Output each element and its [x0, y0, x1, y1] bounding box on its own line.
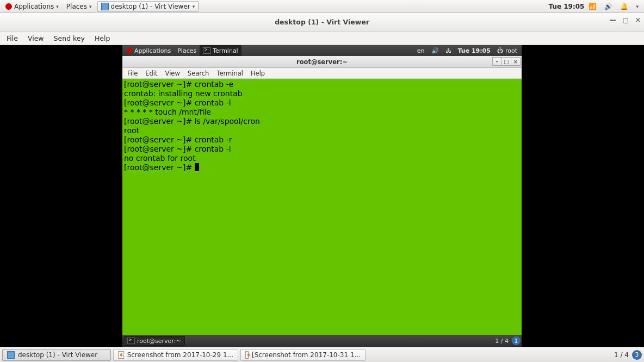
terminal-line: [root@server ~]# crontab -l — [124, 98, 520, 108]
guest-screen: Applications Places Terminal en 🔊 🖧 Tue … — [122, 45, 522, 347]
viewer-title: desktop (1) - Virt Viewer — [275, 18, 369, 26]
taskbar-entry-virt-viewer[interactable]: desktop (1) - Virt Viewer — [2, 349, 111, 361]
minimize-button[interactable]: — — [610, 16, 616, 24]
guest-workspace-switcher[interactable]: 1 — [512, 336, 521, 345]
host-workspace-switcher[interactable]: 3 — [632, 350, 642, 360]
host-workspace-label: 1 / 4 — [614, 351, 629, 359]
guest-applications-menu[interactable]: Applications — [123, 45, 174, 56]
image-icon — [245, 351, 249, 359]
volume-icon[interactable]: 🔊 — [601, 0, 616, 13]
terminal-titlebar[interactable]: root@server:~ – □ × — [122, 56, 522, 68]
host-panel-task-label: desktop (1) - Virt Viewer — [111, 3, 190, 10]
viewer-titlebar[interactable]: desktop (1) - Virt Viewer — ▢ ✕ — [0, 13, 644, 32]
maximize-button[interactable]: ▢ — [623, 16, 629, 24]
terminal-line: [root@server ~]# crontab -l — [124, 145, 520, 154]
terminal-line: [root@server ~]# crontab -e — [124, 80, 520, 89]
taskbar-entry-screenshot-1[interactable]: Screenshot from 2017-10-29 1... — [113, 349, 238, 361]
host-clock[interactable]: Tue 19:05 — [549, 3, 585, 10]
terminal-cursor — [195, 163, 199, 171]
guest-taskbar-entry[interactable]: root@server:~ — [123, 336, 185, 346]
caret-down-icon: ▾ — [56, 4, 59, 9]
guest-terminal-task[interactable]: Terminal — [200, 45, 242, 56]
terminal-line: [root@server ~]# crontab -r — [124, 135, 520, 145]
host-applications-menu[interactable]: Applications ▾ — [2, 0, 62, 13]
terminal-line: [root@server ~]# ls /var/spool/cron — [124, 117, 520, 126]
terminal-minimize-button[interactable]: – — [492, 57, 502, 66]
host-top-panel: Applications ▾ Places ▾ desktop (1) - Vi… — [0, 0, 644, 13]
host-applications-label: Applications — [14, 3, 54, 10]
host-places-label: Places — [66, 3, 87, 10]
terminal-line: * * * * * touch /mnt/file — [124, 108, 520, 117]
viewer-menu-view[interactable]: View — [23, 32, 48, 45]
terminal-menubar: File Edit View Search Terminal Help — [122, 68, 522, 79]
terminal-body[interactable]: [root@server ~]# crontab -ecrontab: inst… — [122, 79, 522, 335]
caret-down-icon: ▾ — [89, 4, 92, 9]
window-icon — [7, 351, 15, 359]
host-panel-task-button[interactable]: desktop (1) - Virt Viewer ▾ — [97, 1, 199, 12]
terminal-line: root — [124, 126, 520, 135]
terminal-menu-edit[interactable]: Edit — [141, 68, 161, 79]
viewer-menubar: File View Send key Help — [0, 32, 644, 45]
terminal-icon — [127, 338, 135, 344]
guest-user-menu[interactable]: ⏻ root — [494, 45, 521, 56]
taskbar-entry-screenshot-2[interactable]: [Screenshot from 2017-10-31 1... — [240, 349, 366, 361]
terminal-title: root@server:~ — [296, 58, 348, 66]
host-bottom-taskbar: desktop (1) - Virt Viewer Screenshot fro… — [0, 347, 644, 362]
caret-down-icon: ▾ — [193, 4, 195, 9]
terminal-close-button[interactable]: × — [511, 57, 521, 66]
window-icon — [101, 3, 109, 10]
viewer-menu-sendkey[interactable]: Send key — [49, 32, 89, 45]
terminal-menu-help[interactable]: Help — [247, 68, 269, 79]
guest-network-icon[interactable]: 🖧 — [442, 45, 455, 56]
terminal-menu-view[interactable]: View — [162, 68, 184, 79]
guest-lang-indicator[interactable]: en — [414, 45, 428, 56]
viewer-menu-file[interactable]: File — [2, 32, 22, 45]
terminal-icon — [203, 47, 210, 54]
notification-icon[interactable]: 🔔 — [617, 0, 631, 13]
close-button[interactable]: ✕ — [635, 16, 641, 24]
viewer-menu-help[interactable]: Help — [90, 32, 115, 45]
terminal-menu-terminal[interactable]: Terminal — [213, 68, 247, 79]
terminal-menu-search[interactable]: Search — [184, 68, 213, 79]
redhat-icon — [5, 3, 12, 10]
guest-top-panel: Applications Places Terminal en 🔊 🖧 Tue … — [122, 45, 522, 56]
guest-volume-icon[interactable]: 🔊 — [428, 45, 442, 56]
host-places-menu[interactable]: Places ▾ — [63, 0, 95, 13]
terminal-window: root@server:~ – □ × File Edit View Searc… — [122, 56, 522, 335]
terminal-line: [root@server ~]# — [124, 163, 520, 172]
terminal-maximize-button[interactable]: □ — [501, 57, 511, 66]
virt-viewer-window: desktop (1) - Virt Viewer — ▢ ✕ File Vie… — [0, 13, 644, 347]
network-icon[interactable]: 📶 — [585, 0, 600, 13]
guest-places-menu[interactable]: Places — [174, 45, 200, 56]
redhat-icon — [127, 48, 132, 53]
terminal-line: no crontab for root — [124, 154, 520, 163]
image-icon — [118, 351, 124, 359]
guest-bottom-panel: root@server:~ 1 / 4 1 — [122, 335, 522, 347]
session-menu[interactable]: ▾ — [633, 0, 642, 13]
viewer-content: Applications Places Terminal en 🔊 🖧 Tue … — [0, 45, 644, 347]
guest-workspace-label: 1 / 4 — [495, 338, 509, 345]
guest-clock[interactable]: Tue 19:05 — [455, 45, 494, 56]
terminal-line: crontab: installing new crontab — [124, 89, 520, 98]
terminal-menu-file[interactable]: File — [123, 68, 141, 79]
